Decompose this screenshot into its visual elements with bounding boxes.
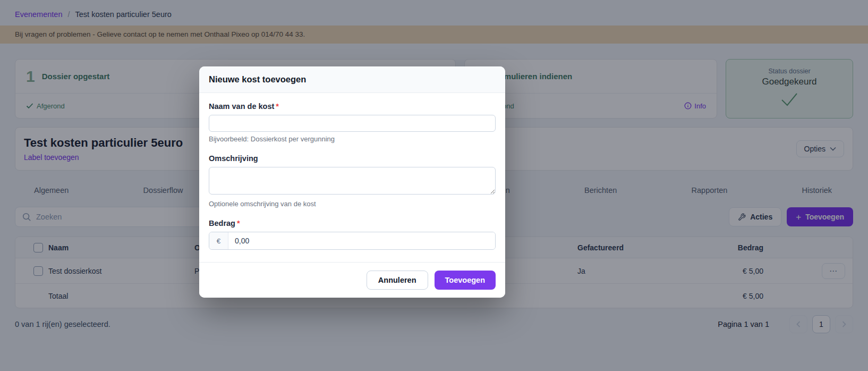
modal-title: Nieuwe kost toevoegen xyxy=(209,74,306,84)
name-field-label: Naam van de kost* xyxy=(209,102,496,111)
euro-prefix: € xyxy=(209,232,228,249)
modal-header: Nieuwe kost toevoegen xyxy=(199,66,505,93)
name-field-helper: Bijvoorbeeld: Dossierkost per vergunning xyxy=(209,135,496,143)
amount-input-group: € xyxy=(209,232,496,250)
amount-field-label-text: Bedrag xyxy=(209,219,235,227)
name-field-group: Naam van de kost* Bijvoorbeeld: Dossierk… xyxy=(209,102,496,143)
amount-field-label: Bedrag* xyxy=(209,219,496,227)
description-field-label: Omschrijving xyxy=(209,154,496,163)
description-field-helper: Optionele omschrijving van de kost xyxy=(209,200,496,208)
modal-body: Naam van de kost* Bijvoorbeeld: Dossierk… xyxy=(199,93,505,262)
description-field-group: Omschrijving Optionele omschrijving van … xyxy=(209,154,496,208)
app-page: Evenementen / Test kosten particulier 5e… xyxy=(0,0,868,371)
name-field-label-text: Naam van de kost xyxy=(209,102,274,111)
cost-description-textarea[interactable] xyxy=(209,167,496,195)
cost-amount-input[interactable] xyxy=(228,232,495,249)
cancel-button[interactable]: Annuleren xyxy=(367,271,428,290)
submit-button[interactable]: Toevoegen xyxy=(435,271,496,290)
required-asterisk: * xyxy=(237,219,240,227)
modal-footer: Annuleren Toevoegen xyxy=(199,262,505,298)
amount-field-group: Bedrag* € xyxy=(209,219,496,250)
new-cost-modal: Nieuwe kost toevoegen Naam van de kost* … xyxy=(199,66,505,298)
required-asterisk: * xyxy=(276,102,279,111)
cost-name-input[interactable] xyxy=(209,115,496,132)
